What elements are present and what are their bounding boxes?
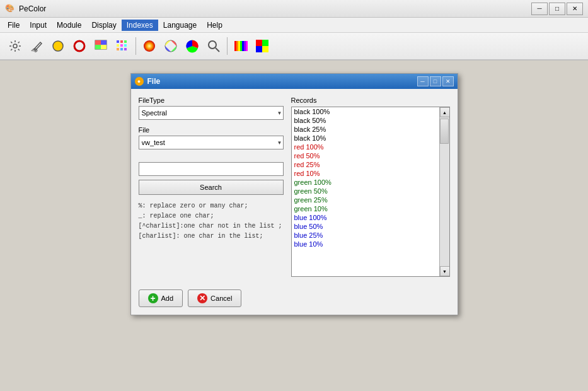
- svg-rect-15: [120, 48, 123, 50]
- list-item[interactable]: red 10%: [292, 169, 439, 178]
- records-list: black 100% black 50% black 25% black 10%…: [292, 107, 439, 276]
- close-button[interactable]: ✕: [567, 3, 583, 15]
- menu-input[interactable]: Input: [25, 20, 52, 31]
- cancel-button[interactable]: ✕ Cancel: [188, 289, 241, 307]
- svg-rect-30: [256, 40, 262, 46]
- title-bar-controls: ─ □ ✕: [531, 3, 583, 15]
- add-icon: +: [148, 293, 158, 303]
- menu-file[interactable]: File: [3, 20, 25, 31]
- records-list-container: black 100% black 50% black 25% black 10%…: [291, 107, 450, 277]
- menu-language[interactable]: Language: [158, 20, 202, 31]
- svg-rect-24: [236, 41, 238, 51]
- svg-rect-9: [120, 40, 123, 43]
- menu-module[interactable]: Module: [52, 20, 86, 31]
- toolbar-brush-button[interactable]: [26, 36, 47, 56]
- list-item[interactable]: blue 10%: [292, 240, 439, 248]
- svg-rect-8: [117, 40, 119, 43]
- main-content: ● File ─ □ ✕ FileType Spectral RGB CMYK: [0, 61, 588, 391]
- svg-rect-31: [262, 40, 268, 46]
- title-bar-left: 🎨 PeColor: [5, 4, 46, 14]
- scrollbar-up-button[interactable]: ▲: [440, 107, 450, 117]
- search-input[interactable]: [139, 162, 284, 176]
- list-item[interactable]: green 10%: [292, 204, 439, 213]
- scrollbar-thumb[interactable]: [440, 119, 449, 144]
- svg-line-22: [216, 48, 219, 52]
- dialog-close-button[interactable]: ✕: [442, 76, 454, 86]
- svg-rect-32: [256, 46, 262, 52]
- toolbar-settings-button[interactable]: [5, 36, 25, 56]
- svg-rect-7: [101, 45, 107, 49]
- svg-point-2: [74, 41, 84, 51]
- filetype-select[interactable]: Spectral RGB CMYK: [139, 106, 284, 120]
- list-item[interactable]: red 25%: [292, 160, 439, 169]
- records-label: Records: [291, 96, 450, 104]
- dialog-title: File: [147, 77, 161, 86]
- filetype-select-wrapper: Spectral RGB CMYK ▼: [139, 106, 284, 120]
- dialog-minimize-button[interactable]: ─: [417, 76, 429, 86]
- toolbar-colorwheel-button[interactable]: [182, 36, 202, 56]
- list-item[interactable]: black 50%: [292, 116, 439, 125]
- toolbar-circle-button[interactable]: [48, 36, 68, 56]
- svg-rect-25: [238, 41, 240, 51]
- search-button[interactable]: Search: [139, 180, 284, 195]
- toolbar-separator: [135, 37, 136, 55]
- toolbar-search-button[interactable]: [204, 36, 224, 56]
- svg-point-17: [144, 40, 155, 52]
- menu-display[interactable]: Display: [86, 20, 121, 31]
- file-dialog: ● File ─ □ ✕ FileType Spectral RGB CMYK: [130, 73, 458, 315]
- minimize-button[interactable]: ─: [531, 3, 548, 15]
- list-item[interactable]: green 50%: [292, 187, 439, 196]
- svg-point-1: [53, 41, 63, 51]
- maximize-button[interactable]: □: [549, 3, 565, 15]
- dialog-right-panel: Records black 100% black 50% black 25% b…: [291, 96, 450, 277]
- toolbar: [0, 33, 588, 61]
- file-label: File: [139, 126, 284, 134]
- dialog-maximize-button[interactable]: □: [430, 76, 441, 86]
- toolbar-color4-button[interactable]: [252, 36, 272, 56]
- app-title: PeColor: [19, 4, 46, 13]
- svg-rect-5: [101, 40, 107, 45]
- svg-point-0: [13, 44, 17, 48]
- toolbar-wheel-button[interactable]: [161, 36, 181, 56]
- svg-rect-16: [124, 48, 127, 50]
- list-item[interactable]: blue 50%: [292, 222, 439, 231]
- list-item[interactable]: green 100%: [292, 178, 439, 187]
- list-item[interactable]: black 25%: [292, 125, 439, 134]
- scrollbar[interactable]: ▲ ▼: [439, 107, 449, 276]
- list-item[interactable]: red 100%: [292, 143, 439, 151]
- cancel-icon: ✕: [197, 293, 207, 303]
- add-button-label: Add: [161, 295, 174, 302]
- menu-help[interactable]: Help: [202, 20, 228, 31]
- app-icon: 🎨: [5, 4, 15, 14]
- toolbar-palette-button[interactable]: [91, 36, 111, 56]
- dialog-title-bar: ● File ─ □ ✕: [131, 74, 458, 89]
- svg-rect-12: [120, 44, 123, 47]
- file-select-wrapper: vw_test test1 test2 ▼: [139, 136, 284, 149]
- dialog-title-controls: ─ □ ✕: [417, 76, 454, 86]
- cancel-button-label: Cancel: [210, 295, 232, 302]
- svg-rect-6: [95, 45, 101, 49]
- list-item[interactable]: red 50%: [292, 151, 439, 160]
- file-select[interactable]: vw_test test1 test2: [139, 136, 284, 149]
- list-item[interactable]: black 100%: [292, 107, 439, 116]
- add-button[interactable]: + Add: [139, 289, 183, 307]
- list-item[interactable]: blue 100%: [292, 213, 439, 222]
- svg-rect-29: [246, 41, 248, 51]
- svg-point-21: [209, 41, 216, 49]
- dialog-title-left: ● File: [135, 77, 161, 86]
- svg-rect-27: [242, 41, 244, 51]
- scrollbar-track-area: [440, 117, 449, 266]
- toolbar-ring-button[interactable]: [69, 36, 89, 56]
- list-item[interactable]: black 10%: [292, 134, 439, 143]
- list-item[interactable]: blue 25%: [292, 231, 439, 240]
- dialog-body: FileType Spectral RGB CMYK ▼ File vw_tes…: [131, 89, 458, 284]
- toolbar-separator-2: [227, 37, 228, 55]
- dialog-left-panel: FileType Spectral RGB CMYK ▼ File vw_tes…: [139, 96, 284, 277]
- toolbar-rainbow-button[interactable]: [231, 36, 251, 56]
- menu-indexes[interactable]: Indexes: [122, 20, 158, 31]
- scrollbar-down-button[interactable]: ▼: [440, 266, 450, 276]
- list-item[interactable]: green 25%: [292, 196, 439, 204]
- toolbar-paint-button[interactable]: [139, 36, 159, 56]
- toolbar-grid-button[interactable]: [112, 36, 132, 56]
- dialog-title-icon: ●: [135, 77, 144, 86]
